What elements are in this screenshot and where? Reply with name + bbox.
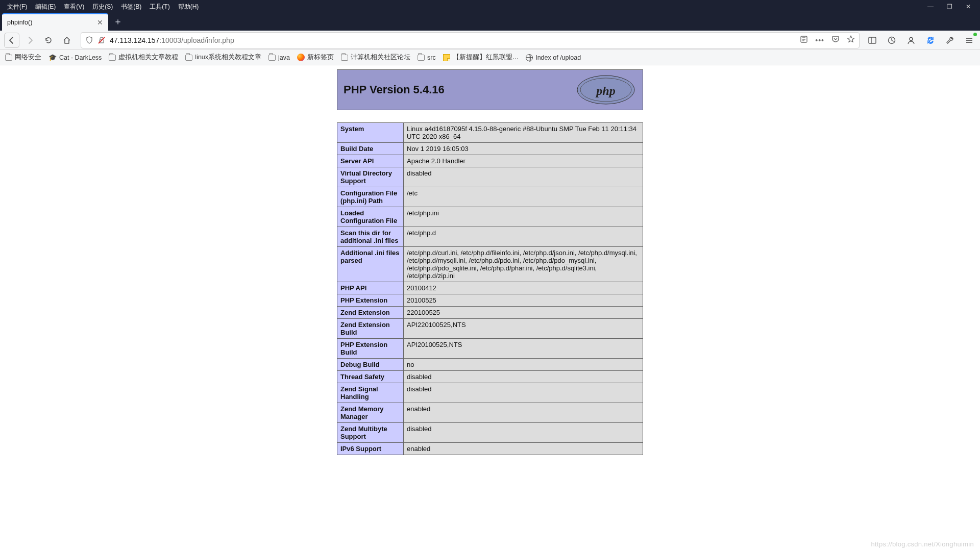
info-value: Apache 2.0 Handler bbox=[404, 155, 643, 167]
bookmark-label: 【新提醒】红黑联盟… bbox=[453, 53, 519, 62]
account-icon[interactable] bbox=[904, 34, 918, 47]
menu-bar: 文件(F) 编辑(E) 查看(V) 历史(S) 书签(B) 工具(T) 帮助(H… bbox=[0, 0, 980, 13]
table-row: Additional .ini files parsed/etc/php.d/c… bbox=[337, 247, 643, 282]
table-row: PHP API20100412 bbox=[337, 282, 643, 294]
info-key: Loaded Configuration File bbox=[337, 207, 404, 227]
dev-wrench-icon[interactable] bbox=[943, 34, 957, 47]
info-key: Scan this dir for additional .ini files bbox=[337, 227, 404, 247]
php-version-title: PHP Version 5.4.16 bbox=[344, 83, 445, 96]
info-key: Zend Memory Manager bbox=[337, 403, 404, 423]
reload-button[interactable] bbox=[41, 33, 56, 48]
svg-point-9 bbox=[910, 37, 913, 40]
info-value: disabled bbox=[404, 383, 643, 403]
tracking-shield-icon[interactable] bbox=[85, 36, 93, 44]
window-minimize-icon[interactable]: — bbox=[927, 3, 934, 10]
table-row: Thread Safetydisabled bbox=[337, 371, 643, 383]
url-text: 47.113.124.157:10003/upload/infor.php bbox=[110, 36, 234, 44]
sidebar-toggle-icon[interactable] bbox=[866, 34, 879, 47]
window-close-icon[interactable]: ✕ bbox=[966, 3, 971, 10]
info-key: Configuration File (php.ini) Path bbox=[337, 187, 404, 207]
php-logo-icon: php bbox=[575, 73, 636, 106]
info-key: Zend Extension Build bbox=[337, 319, 404, 339]
menu-edit[interactable]: 编辑(E) bbox=[31, 1, 60, 13]
url-path: :10003/upload/infor.php bbox=[159, 36, 234, 44]
reader-mode-icon[interactable] bbox=[800, 35, 808, 45]
tab-title: phpinfo() bbox=[7, 19, 32, 26]
bookmark-item[interactable]: 计算机相关社区论坛 bbox=[341, 53, 410, 62]
info-value: Linux a4d16187095f 4.15.0-88-generic #88… bbox=[404, 123, 643, 143]
window-controls: — ❐ ✕ bbox=[927, 3, 977, 10]
phpinfo-page: PHP Version 5.4.16 php SystemLinux a4d16… bbox=[337, 69, 643, 475]
menu-file[interactable]: 文件(F) bbox=[3, 1, 31, 13]
info-key: Zend Extension bbox=[337, 307, 404, 319]
app-menu-icon[interactable] bbox=[963, 34, 976, 47]
bookmark-item[interactable]: 网络安全 bbox=[5, 53, 41, 62]
urlbar-actions: ••• bbox=[800, 35, 855, 45]
toolbar-right bbox=[866, 34, 976, 47]
info-value: enabled bbox=[404, 403, 643, 423]
bookmarks-bar: 网络安全🎓Cat - DarkLess虚拟机相关文章教程linux系统相关教程文… bbox=[0, 50, 980, 65]
table-row: Zend Signal Handlingdisabled bbox=[337, 383, 643, 403]
home-button[interactable] bbox=[59, 33, 75, 48]
folder-icon bbox=[5, 55, 12, 61]
bookmark-item[interactable]: linux系统相关教程文章 bbox=[185, 53, 261, 62]
menu-bookmarks[interactable]: 书签(B) bbox=[117, 1, 145, 13]
info-value: /etc/php.d/curl.ini, /etc/php.d/fileinfo… bbox=[404, 247, 643, 282]
tab-active[interactable]: phpinfo() ✕ bbox=[2, 13, 108, 31]
table-row: Build DateNov 1 2019 16:05:03 bbox=[337, 143, 643, 155]
page-content[interactable]: PHP Version 5.4.16 php SystemLinux a4d16… bbox=[0, 65, 980, 551]
forward-button[interactable] bbox=[22, 33, 38, 48]
info-key: Server API bbox=[337, 155, 404, 167]
info-value: 20100412 bbox=[404, 282, 643, 294]
info-value: Nov 1 2019 16:05:03 bbox=[404, 143, 643, 155]
window-maximize-icon[interactable]: ❐ bbox=[947, 3, 952, 10]
menu-view[interactable]: 查看(V) bbox=[60, 1, 88, 13]
bookmark-label: Index of /upload bbox=[535, 54, 581, 61]
info-value: disabled bbox=[404, 423, 643, 443]
table-row: Zend Multibyte Supportdisabled bbox=[337, 423, 643, 443]
insecure-lock-icon bbox=[97, 36, 106, 44]
tab-close-icon[interactable]: ✕ bbox=[97, 18, 103, 27]
pocket-icon[interactable] bbox=[831, 35, 840, 45]
menu-help[interactable]: 帮助(H) bbox=[174, 1, 203, 13]
url-bar[interactable]: 47.113.124.157:10003/upload/infor.php ••… bbox=[81, 32, 860, 48]
bookmark-item[interactable]: 🎓Cat - DarkLess bbox=[48, 54, 102, 61]
new-tab-button[interactable]: ＋ bbox=[108, 13, 128, 31]
info-value: 220100525 bbox=[404, 307, 643, 319]
info-value: API220100525,NTS bbox=[404, 319, 643, 339]
info-key: Debug Build bbox=[337, 359, 404, 371]
bookmark-label: 计算机相关社区论坛 bbox=[351, 53, 410, 62]
bookmark-star-icon[interactable] bbox=[847, 35, 855, 45]
info-key: PHP API bbox=[337, 282, 404, 294]
back-button[interactable] bbox=[4, 33, 19, 48]
bookmark-item[interactable]: java bbox=[268, 54, 290, 61]
table-row: Virtual Directory Supportdisabled bbox=[337, 167, 643, 187]
nav-toolbar: 47.113.124.157:10003/upload/infor.php ••… bbox=[0, 31, 980, 50]
menu-history[interactable]: 历史(S) bbox=[88, 1, 117, 13]
sync-icon[interactable] bbox=[924, 34, 937, 47]
menu-tools[interactable]: 工具(T) bbox=[145, 1, 174, 13]
bookmark-item[interactable]: src bbox=[418, 54, 436, 61]
table-row: Zend Extension BuildAPI220100525,NTS bbox=[337, 319, 643, 339]
folder-icon bbox=[185, 55, 192, 61]
bookmark-item[interactable]: Index of /upload bbox=[526, 54, 581, 61]
bookmark-item[interactable]: 虚拟机相关文章教程 bbox=[109, 53, 178, 62]
bookmark-item[interactable]: 【新提醒】红黑联盟… bbox=[443, 53, 519, 62]
info-key: Thread Safety bbox=[337, 371, 404, 383]
phpinfo-header: PHP Version 5.4.16 php bbox=[337, 69, 643, 110]
info-key: PHP Extension Build bbox=[337, 339, 404, 359]
bookmark-label: 新标签页 bbox=[307, 53, 334, 62]
page-actions-icon[interactable]: ••• bbox=[815, 36, 824, 44]
table-row: Debug Buildno bbox=[337, 359, 643, 371]
info-key: Additional .ini files parsed bbox=[337, 247, 404, 282]
table-row: IPv6 Supportenabled bbox=[337, 443, 643, 455]
table-row: Configuration File (php.ini) Path/etc bbox=[337, 187, 643, 207]
svg-text:php: php bbox=[595, 84, 615, 97]
folder-icon bbox=[268, 55, 276, 61]
bookmark-item[interactable]: 新标签页 bbox=[297, 53, 334, 62]
info-value: no bbox=[404, 359, 643, 371]
history-clock-icon[interactable] bbox=[885, 34, 898, 47]
info-value: 20100525 bbox=[404, 294, 643, 307]
firefox-icon bbox=[297, 54, 305, 61]
bookmark-label: Cat - DarkLess bbox=[59, 54, 102, 61]
